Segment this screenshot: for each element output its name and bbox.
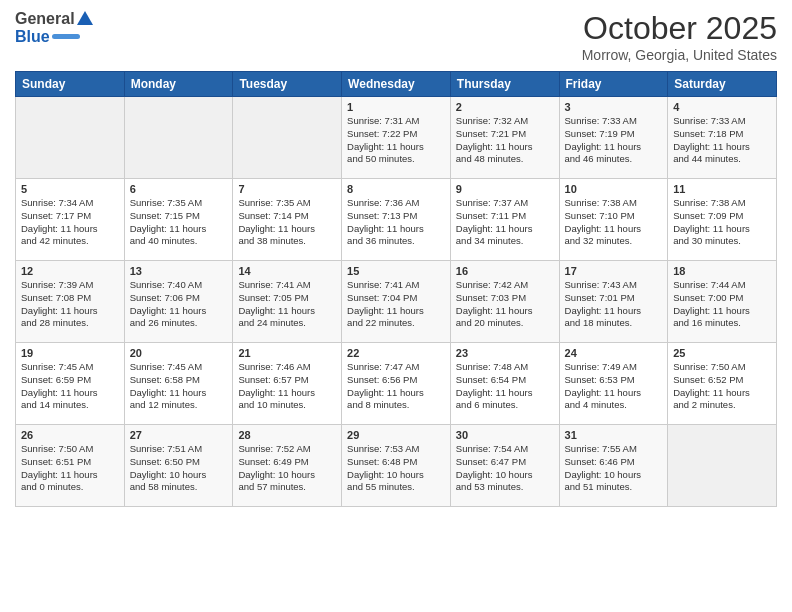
col-friday: Friday bbox=[559, 72, 668, 97]
logo-blue-text: Blue bbox=[15, 28, 50, 46]
calendar-cell: 2Sunrise: 7:32 AM Sunset: 7:21 PM Daylig… bbox=[450, 97, 559, 179]
day-number: 22 bbox=[347, 347, 445, 359]
calendar-cell: 22Sunrise: 7:47 AM Sunset: 6:56 PM Dayli… bbox=[342, 343, 451, 425]
day-info: Sunrise: 7:50 AM Sunset: 6:52 PM Dayligh… bbox=[673, 361, 771, 412]
col-sunday: Sunday bbox=[16, 72, 125, 97]
calendar-cell: 30Sunrise: 7:54 AM Sunset: 6:47 PM Dayli… bbox=[450, 425, 559, 507]
col-monday: Monday bbox=[124, 72, 233, 97]
day-info: Sunrise: 7:49 AM Sunset: 6:53 PM Dayligh… bbox=[565, 361, 663, 412]
calendar-week-2: 5Sunrise: 7:34 AM Sunset: 7:17 PM Daylig… bbox=[16, 179, 777, 261]
wave1-icon bbox=[52, 34, 80, 39]
calendar-cell bbox=[668, 425, 777, 507]
day-info: Sunrise: 7:31 AM Sunset: 7:22 PM Dayligh… bbox=[347, 115, 445, 166]
page-container: General Blue October 2025 Morrow, Georgi… bbox=[0, 0, 792, 517]
day-info: Sunrise: 7:44 AM Sunset: 7:00 PM Dayligh… bbox=[673, 279, 771, 330]
day-number: 9 bbox=[456, 183, 554, 195]
day-info: Sunrise: 7:33 AM Sunset: 7:18 PM Dayligh… bbox=[673, 115, 771, 166]
calendar-cell bbox=[124, 97, 233, 179]
day-number: 28 bbox=[238, 429, 336, 441]
calendar-cell: 17Sunrise: 7:43 AM Sunset: 7:01 PM Dayli… bbox=[559, 261, 668, 343]
logo-line: General bbox=[15, 10, 93, 28]
calendar-cell: 6Sunrise: 7:35 AM Sunset: 7:15 PM Daylig… bbox=[124, 179, 233, 261]
day-number: 6 bbox=[130, 183, 228, 195]
calendar-cell: 7Sunrise: 7:35 AM Sunset: 7:14 PM Daylig… bbox=[233, 179, 342, 261]
calendar-cell: 28Sunrise: 7:52 AM Sunset: 6:49 PM Dayli… bbox=[233, 425, 342, 507]
day-number: 16 bbox=[456, 265, 554, 277]
calendar-cell: 3Sunrise: 7:33 AM Sunset: 7:19 PM Daylig… bbox=[559, 97, 668, 179]
calendar-cell: 4Sunrise: 7:33 AM Sunset: 7:18 PM Daylig… bbox=[668, 97, 777, 179]
day-number: 2 bbox=[456, 101, 554, 113]
calendar-cell: 27Sunrise: 7:51 AM Sunset: 6:50 PM Dayli… bbox=[124, 425, 233, 507]
day-info: Sunrise: 7:53 AM Sunset: 6:48 PM Dayligh… bbox=[347, 443, 445, 494]
day-info: Sunrise: 7:47 AM Sunset: 6:56 PM Dayligh… bbox=[347, 361, 445, 412]
day-number: 11 bbox=[673, 183, 771, 195]
day-number: 17 bbox=[565, 265, 663, 277]
day-info: Sunrise: 7:37 AM Sunset: 7:11 PM Dayligh… bbox=[456, 197, 554, 248]
calendar-cell: 12Sunrise: 7:39 AM Sunset: 7:08 PM Dayli… bbox=[16, 261, 125, 343]
calendar-week-1: 1Sunrise: 7:31 AM Sunset: 7:22 PM Daylig… bbox=[16, 97, 777, 179]
calendar-cell: 1Sunrise: 7:31 AM Sunset: 7:22 PM Daylig… bbox=[342, 97, 451, 179]
calendar-week-5: 26Sunrise: 7:50 AM Sunset: 6:51 PM Dayli… bbox=[16, 425, 777, 507]
day-info: Sunrise: 7:50 AM Sunset: 6:51 PM Dayligh… bbox=[21, 443, 119, 494]
day-info: Sunrise: 7:33 AM Sunset: 7:19 PM Dayligh… bbox=[565, 115, 663, 166]
day-number: 13 bbox=[130, 265, 228, 277]
day-info: Sunrise: 7:52 AM Sunset: 6:49 PM Dayligh… bbox=[238, 443, 336, 494]
calendar-table: Sunday Monday Tuesday Wednesday Thursday… bbox=[15, 71, 777, 507]
day-number: 26 bbox=[21, 429, 119, 441]
calendar-week-4: 19Sunrise: 7:45 AM Sunset: 6:59 PM Dayli… bbox=[16, 343, 777, 425]
day-number: 4 bbox=[673, 101, 771, 113]
day-number: 1 bbox=[347, 101, 445, 113]
day-number: 21 bbox=[238, 347, 336, 359]
calendar-cell: 15Sunrise: 7:41 AM Sunset: 7:04 PM Dayli… bbox=[342, 261, 451, 343]
calendar-cell: 13Sunrise: 7:40 AM Sunset: 7:06 PM Dayli… bbox=[124, 261, 233, 343]
day-info: Sunrise: 7:34 AM Sunset: 7:17 PM Dayligh… bbox=[21, 197, 119, 248]
calendar-cell bbox=[233, 97, 342, 179]
day-number: 14 bbox=[238, 265, 336, 277]
day-number: 19 bbox=[21, 347, 119, 359]
calendar-cell: 18Sunrise: 7:44 AM Sunset: 7:00 PM Dayli… bbox=[668, 261, 777, 343]
day-info: Sunrise: 7:51 AM Sunset: 6:50 PM Dayligh… bbox=[130, 443, 228, 494]
day-number: 20 bbox=[130, 347, 228, 359]
day-number: 3 bbox=[565, 101, 663, 113]
logo-waves bbox=[52, 34, 80, 39]
col-saturday: Saturday bbox=[668, 72, 777, 97]
day-number: 25 bbox=[673, 347, 771, 359]
header-row: Sunday Monday Tuesday Wednesday Thursday… bbox=[16, 72, 777, 97]
title-area: October 2025 Morrow, Georgia, United Sta… bbox=[582, 10, 777, 63]
day-number: 23 bbox=[456, 347, 554, 359]
col-thursday: Thursday bbox=[450, 72, 559, 97]
logo: General Blue bbox=[15, 10, 93, 45]
day-info: Sunrise: 7:38 AM Sunset: 7:09 PM Dayligh… bbox=[673, 197, 771, 248]
day-number: 15 bbox=[347, 265, 445, 277]
calendar-cell: 8Sunrise: 7:36 AM Sunset: 7:13 PM Daylig… bbox=[342, 179, 451, 261]
day-info: Sunrise: 7:39 AM Sunset: 7:08 PM Dayligh… bbox=[21, 279, 119, 330]
col-tuesday: Tuesday bbox=[233, 72, 342, 97]
day-info: Sunrise: 7:36 AM Sunset: 7:13 PM Dayligh… bbox=[347, 197, 445, 248]
calendar-cell: 31Sunrise: 7:55 AM Sunset: 6:46 PM Dayli… bbox=[559, 425, 668, 507]
day-number: 5 bbox=[21, 183, 119, 195]
day-info: Sunrise: 7:41 AM Sunset: 7:04 PM Dayligh… bbox=[347, 279, 445, 330]
day-info: Sunrise: 7:48 AM Sunset: 6:54 PM Dayligh… bbox=[456, 361, 554, 412]
day-number: 24 bbox=[565, 347, 663, 359]
day-number: 29 bbox=[347, 429, 445, 441]
day-number: 8 bbox=[347, 183, 445, 195]
month-title: October 2025 bbox=[582, 10, 777, 47]
logo-blue-line: Blue bbox=[15, 28, 93, 46]
day-info: Sunrise: 7:43 AM Sunset: 7:01 PM Dayligh… bbox=[565, 279, 663, 330]
calendar-week-3: 12Sunrise: 7:39 AM Sunset: 7:08 PM Dayli… bbox=[16, 261, 777, 343]
day-number: 10 bbox=[565, 183, 663, 195]
day-info: Sunrise: 7:42 AM Sunset: 7:03 PM Dayligh… bbox=[456, 279, 554, 330]
day-info: Sunrise: 7:45 AM Sunset: 6:58 PM Dayligh… bbox=[130, 361, 228, 412]
calendar-cell: 21Sunrise: 7:46 AM Sunset: 6:57 PM Dayli… bbox=[233, 343, 342, 425]
calendar-cell: 11Sunrise: 7:38 AM Sunset: 7:09 PM Dayli… bbox=[668, 179, 777, 261]
day-info: Sunrise: 7:45 AM Sunset: 6:59 PM Dayligh… bbox=[21, 361, 119, 412]
calendar-cell: 5Sunrise: 7:34 AM Sunset: 7:17 PM Daylig… bbox=[16, 179, 125, 261]
calendar-cell: 26Sunrise: 7:50 AM Sunset: 6:51 PM Dayli… bbox=[16, 425, 125, 507]
calendar-cell: 10Sunrise: 7:38 AM Sunset: 7:10 PM Dayli… bbox=[559, 179, 668, 261]
day-number: 27 bbox=[130, 429, 228, 441]
col-wednesday: Wednesday bbox=[342, 72, 451, 97]
day-number: 31 bbox=[565, 429, 663, 441]
calendar-cell: 19Sunrise: 7:45 AM Sunset: 6:59 PM Dayli… bbox=[16, 343, 125, 425]
day-info: Sunrise: 7:46 AM Sunset: 6:57 PM Dayligh… bbox=[238, 361, 336, 412]
calendar-cell: 20Sunrise: 7:45 AM Sunset: 6:58 PM Dayli… bbox=[124, 343, 233, 425]
